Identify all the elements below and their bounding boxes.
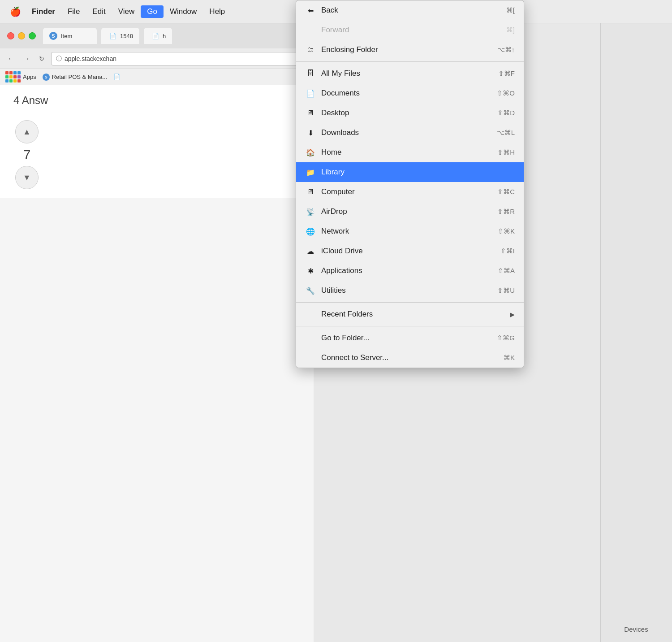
- desktop-icon: 🖥: [305, 109, 316, 117]
- vote-count: 7: [23, 147, 31, 162]
- recent-folders-arrow: ▶: [510, 311, 515, 318]
- separator-1: [296, 61, 524, 62]
- vote-section: ▲ 7 ▼: [13, 120, 40, 189]
- documents-label: Documents: [321, 89, 497, 98]
- refresh-button[interactable]: ↻: [36, 53, 47, 65]
- icloud-shortcut: ⇧⌘I: [500, 247, 515, 255]
- forward-shortcut: ⌘]: [506, 26, 515, 34]
- tab-1548-label: 1548: [120, 33, 133, 39]
- bookmarks-bar: Apps S Retail POS & Mana... 📄: [0, 69, 314, 85]
- menu-icloud-drive[interactable]: ☁ iCloud Drive ⇧⌘I: [296, 241, 524, 261]
- tab-doc-icon: 📄: [109, 33, 116, 39]
- tab-1548[interactable]: 📄 1548: [101, 28, 139, 44]
- library-icon: 📁: [305, 168, 316, 177]
- forward-button[interactable]: →: [21, 53, 32, 65]
- menu-forward[interactable]: Forward ⌘]: [296, 20, 524, 40]
- retail-favicon: S: [43, 74, 50, 81]
- goto-folder-label: Go to Folder...: [321, 334, 497, 343]
- maximize-button[interactable]: [29, 32, 36, 39]
- tab-item[interactable]: S Item: [43, 28, 97, 44]
- edit-menu[interactable]: Edit: [86, 5, 112, 18]
- menu-home[interactable]: 🏠 Home ⇧⌘H: [296, 143, 524, 162]
- network-label: Network: [321, 227, 498, 236]
- forward-label: Forward: [321, 26, 506, 35]
- menu-goto-folder[interactable]: Go to Folder... ⇧⌘G: [296, 328, 524, 348]
- finder-devices-label: Devices: [600, 625, 672, 633]
- answer-section: ▲ 7 ▼: [13, 120, 300, 189]
- vote-up-button[interactable]: ▲: [15, 120, 39, 143]
- go-menu[interactable]: Go: [141, 5, 164, 18]
- doc-bookmark[interactable]: 📄: [113, 74, 121, 80]
- icloud-label: iCloud Drive: [321, 247, 500, 256]
- applications-icon: ✱: [305, 267, 316, 275]
- all-my-files-label: All My Files: [321, 69, 498, 78]
- enclosing-shortcut: ⌥⌘↑: [497, 46, 515, 54]
- enclosing-label: Enclosing Folder: [321, 45, 497, 54]
- browser-content: 4 Answ ▲ 7 ▼: [0, 85, 314, 198]
- info-icon: ⓘ: [56, 55, 62, 63]
- address-bar[interactable]: ⓘ apple.stackexchan: [51, 52, 308, 65]
- back-label: Back: [321, 6, 506, 15]
- finder-menu[interactable]: Finder: [26, 5, 61, 18]
- downloads-icon: ⬇: [305, 129, 316, 137]
- finder-sidebar: Devices: [600, 23, 672, 642]
- file-menu[interactable]: File: [61, 5, 86, 18]
- menu-applications[interactable]: ✱ Applications ⇧⌘A: [296, 261, 524, 281]
- close-button[interactable]: [7, 32, 14, 39]
- computer-label: Computer: [321, 187, 497, 196]
- menu-back[interactable]: ⬅ Back ⌘[: [296, 0, 524, 20]
- downloads-label: Downloads: [321, 128, 497, 137]
- retail-pos-bookmark[interactable]: S Retail POS & Mana...: [43, 74, 108, 81]
- all-my-files-shortcut: ⇧⌘F: [498, 69, 515, 78]
- network-shortcut: ⇧⌘K: [498, 227, 515, 235]
- go-dropdown-menu: ⬅ Back ⌘[ Forward ⌘] 🗂 Enclosing Folder …: [296, 0, 524, 368]
- utilities-label: Utilities: [321, 286, 497, 295]
- apps-grid-icon: [5, 71, 21, 82]
- menu-documents[interactable]: 📄 Documents ⇧⌘O: [296, 83, 524, 103]
- documents-shortcut: ⇧⌘O: [497, 89, 515, 97]
- desktop-label: Desktop: [321, 108, 497, 117]
- computer-icon: 🖥: [305, 188, 316, 196]
- apps-bookmark[interactable]: Apps: [5, 71, 36, 82]
- retail-label: Retail POS & Mana...: [52, 74, 108, 80]
- tab-h[interactable]: 📄 h: [144, 28, 172, 44]
- icloud-icon: ☁: [305, 247, 316, 256]
- vote-down-button[interactable]: ▼: [15, 166, 39, 189]
- back-icon: ⬅: [305, 6, 316, 15]
- home-shortcut: ⇧⌘H: [497, 148, 515, 156]
- airdrop-shortcut: ⇧⌘R: [497, 208, 515, 216]
- home-label: Home: [321, 148, 497, 157]
- all-my-files-icon: 🗄: [305, 69, 316, 78]
- menu-connect-server[interactable]: Connect to Server... ⌘K: [296, 348, 524, 368]
- menu-recent-folders[interactable]: Recent Folders ▶: [296, 304, 524, 324]
- library-label: Library: [321, 168, 515, 177]
- back-button[interactable]: ←: [5, 53, 17, 65]
- window-menu[interactable]: Window: [164, 5, 203, 18]
- connect-server-label: Connect to Server...: [321, 353, 504, 362]
- menu-enclosing-folder[interactable]: 🗂 Enclosing Folder ⌥⌘↑: [296, 40, 524, 60]
- menu-computer[interactable]: 🖥 Computer ⇧⌘C: [296, 182, 524, 202]
- applications-label: Applications: [321, 266, 498, 275]
- browser-titlebar: S Item 📄 1548 📄 h: [0, 23, 314, 48]
- view-menu[interactable]: View: [112, 5, 141, 18]
- airdrop-label: AirDrop: [321, 207, 497, 216]
- menu-utilities[interactable]: 🔧 Utilities ⇧⌘U: [296, 281, 524, 300]
- home-icon: 🏠: [305, 148, 316, 157]
- menu-network[interactable]: 🌐 Network ⇧⌘K: [296, 221, 524, 241]
- menu-downloads[interactable]: ⬇ Downloads ⌥⌘L: [296, 123, 524, 143]
- documents-icon: 📄: [305, 89, 316, 98]
- connect-server-shortcut: ⌘K: [504, 354, 515, 362]
- utilities-icon: 🔧: [305, 286, 316, 295]
- menu-all-my-files[interactable]: 🗄 All My Files ⇧⌘F: [296, 64, 524, 83]
- help-menu[interactable]: Help: [203, 5, 231, 18]
- menu-airdrop[interactable]: 📡 AirDrop ⇧⌘R: [296, 202, 524, 221]
- apple-menu[interactable]: 🍎: [5, 4, 26, 19]
- network-icon: 🌐: [305, 227, 316, 236]
- traffic-lights: [7, 32, 36, 39]
- airdrop-icon: 📡: [305, 208, 316, 216]
- back-shortcut: ⌘[: [506, 6, 515, 14]
- apps-label: Apps: [23, 74, 36, 80]
- menu-desktop[interactable]: 🖥 Desktop ⇧⌘D: [296, 103, 524, 123]
- menu-library[interactable]: 📁 Library: [296, 162, 524, 182]
- minimize-button[interactable]: [18, 32, 25, 39]
